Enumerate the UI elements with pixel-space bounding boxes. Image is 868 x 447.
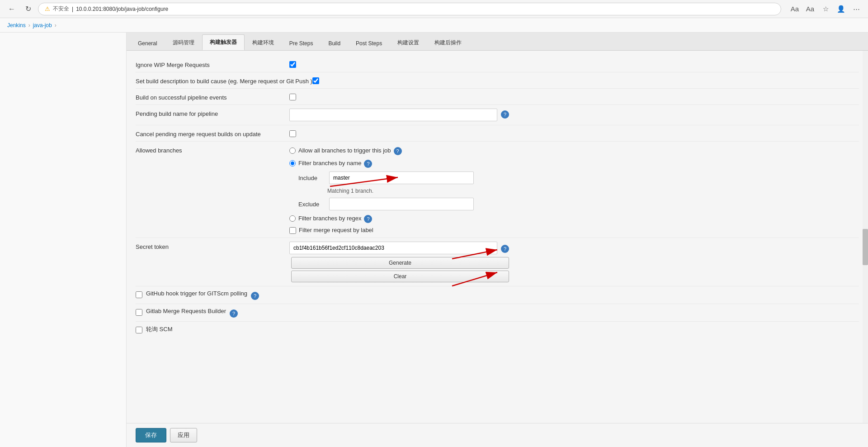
gitlab-merge-checkbox[interactable] (136, 309, 142, 316)
cancel-pending-checkbox[interactable] (289, 130, 296, 137)
jenkins-sidebar (0, 33, 127, 447)
ignore-wip-checkbox[interactable] (289, 61, 296, 68)
unsafe-label: 不安全 (53, 5, 69, 13)
generate-button[interactable]: Generate (291, 257, 509, 269)
poll-scm-checkbox[interactable] (136, 327, 142, 333)
exclude-label: Exclude (298, 201, 326, 208)
ignore-wip-control (289, 60, 859, 68)
token-input-row: ? (289, 242, 509, 254)
include-label: Include (298, 175, 326, 181)
favorite-button[interactable]: ☆ (819, 3, 832, 15)
branches-container: Allow all branches to trigger this job ?… (289, 145, 474, 234)
allow-all-help-icon[interactable]: ? (394, 147, 402, 155)
gitlab-merge-row: Gitlab Merge Requests Builder ? (136, 304, 859, 322)
warning-icon: ⚠ (45, 5, 50, 12)
filter-by-name-help-icon[interactable]: ? (364, 160, 372, 168)
filter-by-name-row: Filter branches by name ? (289, 158, 474, 168)
ignore-wip-row: Ignore WIP Merge Requests (136, 56, 859, 72)
separator: | (72, 6, 73, 12)
include-row: Include (298, 171, 474, 184)
browser-actions: Aa Aa ☆ 👤 ⋯ (788, 3, 863, 15)
tab-postbuild[interactable]: 构建后操作 (427, 35, 469, 50)
build-on-success-label: Build on successful pipeline events (136, 92, 289, 101)
scrollbar-thumb[interactable] (863, 229, 868, 265)
build-on-success-row: Build on successful pipeline events (136, 89, 859, 105)
set-build-desc-checkbox[interactable] (312, 77, 319, 84)
tab-poststeps[interactable]: Post Steps (348, 36, 390, 50)
breadcrumb-java-job[interactable]: java-job (33, 22, 52, 29)
pending-build-name-label: Pending build name for pipeline (136, 109, 289, 117)
read-mode-button[interactable]: Aa (788, 3, 801, 15)
token-row: ? Generate Clear (289, 242, 509, 282)
build-on-success-control (289, 92, 859, 100)
github-hook-label: GitHub hook trigger for GITScm polling (146, 290, 247, 297)
allowed-branches-control: Allow all branches to trigger this job ?… (289, 145, 859, 234)
cancel-pending-control (289, 129, 859, 137)
github-hook-help-icon[interactable]: ? (251, 292, 259, 300)
pending-build-name-row: Pending build name for pipeline ? (136, 105, 859, 125)
scrollbar-track (863, 51, 868, 447)
secret-token-row: Secret token ? Generate Clear (136, 238, 859, 286)
address-bar: ⚠ 不安全 | 10.0.0.201:8080/job/java-job/con… (38, 3, 781, 15)
allow-all-radio[interactable] (289, 147, 296, 154)
tab-build[interactable]: Build (321, 36, 348, 50)
filter-by-regex-radio[interactable] (289, 215, 296, 222)
build-on-success-checkbox[interactable] (289, 94, 296, 100)
pending-build-name-input[interactable] (289, 109, 497, 121)
filter-merge-label-checkbox[interactable] (289, 227, 296, 234)
filter-by-regex-row: Filter branches by regex ? (289, 213, 474, 223)
more-button[interactable]: ⋯ (850, 3, 863, 15)
cancel-pending-label: Cancel pending merge request builds on u… (136, 129, 289, 138)
secret-token-help-icon[interactable]: ? (501, 245, 509, 253)
profile-button[interactable]: 👤 (835, 3, 847, 15)
breadcrumb-sep-1: › (28, 22, 30, 29)
reload-button[interactable]: ↻ (22, 3, 34, 15)
config-panel: General 源码管理 构建触发器 构建环境 Pre Steps Build … (127, 33, 868, 447)
poll-scm-row: 轮询 SCM (136, 322, 859, 337)
set-build-desc-label: Set build description to build cause (eg… (136, 76, 312, 85)
back-button[interactable]: ← (5, 3, 18, 15)
tab-presteps[interactable]: Pre Steps (282, 36, 321, 50)
clear-button[interactable]: Clear (291, 271, 509, 282)
pending-build-name-control: ? (289, 109, 859, 121)
tab-trigger[interactable]: 构建触发器 (202, 34, 245, 50)
secret-token-label: Secret token (136, 242, 289, 250)
ignore-wip-label: Ignore WIP Merge Requests (136, 60, 289, 68)
apply-button[interactable]: 应用 (170, 428, 197, 442)
allow-all-label: Allow all branches to trigger this job (298, 147, 391, 154)
translate-button[interactable]: Aa (804, 3, 816, 15)
secret-token-input[interactable] (289, 242, 497, 254)
main-content: General 源码管理 构建触发器 构建环境 Pre Steps Build … (0, 33, 868, 447)
filter-by-name-radio[interactable] (289, 160, 296, 166)
tab-settings[interactable]: 构建设置 (390, 35, 427, 50)
filter-by-regex-label: Filter branches by regex (298, 215, 361, 222)
set-build-desc-control (312, 76, 859, 84)
save-button[interactable]: 保存 (136, 428, 166, 442)
breadcrumb-jenkins[interactable]: Jenkins (7, 22, 26, 29)
pending-build-name-help-icon[interactable]: ? (501, 110, 509, 119)
allowed-branches-label: Allowed branches (136, 145, 289, 154)
gitlab-merge-control: Gitlab Merge Requests Builder ? (136, 308, 859, 318)
github-hook-control: GitHub hook trigger for GITScm polling ? (136, 290, 859, 300)
gitlab-merge-help-icon[interactable]: ? (230, 309, 238, 318)
poll-scm-label: 轮询 SCM (146, 325, 173, 333)
tab-general[interactable]: General (130, 36, 165, 50)
gitlab-merge-label: Gitlab Merge Requests Builder (146, 308, 226, 314)
exclude-input[interactable] (329, 198, 474, 210)
filter-merge-label-row: Filter merge request by label (289, 226, 474, 234)
form-content: Ignore WIP Merge Requests Set build desc… (127, 51, 868, 447)
filter-by-regex-help-icon[interactable]: ? (364, 215, 372, 223)
tab-env[interactable]: 构建环境 (245, 35, 282, 50)
tabs-row: General 源码管理 构建触发器 构建环境 Pre Steps Build … (127, 33, 868, 51)
filter-by-regex-radio-row: Filter branches by regex (289, 214, 361, 222)
cancel-pending-row: Cancel pending merge request builds on u… (136, 125, 859, 142)
form-section: Ignore WIP Merge Requests Set build desc… (127, 51, 868, 342)
url-text: 10.0.0.201:8080/job/java-job/configure (76, 6, 168, 12)
github-hook-checkbox[interactable] (136, 291, 142, 298)
browser-bar: ← ↻ ⚠ 不安全 | 10.0.0.201:8080/job/java-job… (0, 0, 868, 18)
filter-merge-label-text: Filter merge request by label (299, 227, 373, 233)
include-input[interactable] (329, 171, 474, 184)
tab-source[interactable]: 源码管理 (165, 35, 202, 50)
secret-token-control: ? Generate Clear (289, 242, 859, 282)
allowed-branches-row: Allowed branches Allow all branches to t… (136, 142, 859, 238)
